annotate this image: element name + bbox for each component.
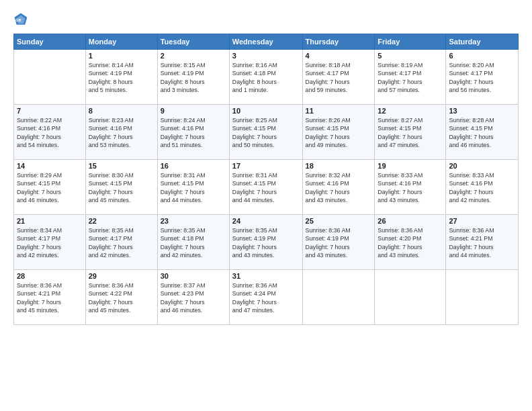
calendar-cell: 13Sunrise: 8:28 AM Sunset: 4:15 PM Dayli… — [446, 105, 519, 160]
calendar-cell — [446, 270, 519, 325]
calendar-cell: 20Sunrise: 8:33 AM Sunset: 4:16 PM Dayli… — [446, 160, 519, 215]
day-header-tuesday: Tuesday — [157, 34, 229, 50]
calendar-cell: 30Sunrise: 8:37 AM Sunset: 4:23 PM Dayli… — [157, 270, 229, 325]
calendar-cell: 4Sunrise: 8:18 AM Sunset: 4:17 PM Daylig… — [302, 50, 375, 105]
day-number: 9 — [161, 107, 226, 115]
calendar-cell — [14, 50, 86, 105]
calendar-cell: 12Sunrise: 8:27 AM Sunset: 4:15 PM Dayli… — [375, 105, 446, 160]
calendar-header-row: SundayMondayTuesdayWednesdayThursdayFrid… — [14, 34, 519, 50]
cell-content: Sunrise: 8:27 AM Sunset: 4:15 PM Dayligh… — [378, 116, 443, 149]
header: GB — [13, 12, 519, 27]
cell-content: Sunrise: 8:28 AM Sunset: 4:15 PM Dayligh… — [449, 116, 515, 149]
day-number: 28 — [17, 272, 83, 280]
day-number: 26 — [378, 217, 443, 225]
calendar-cell: 19Sunrise: 8:33 AM Sunset: 4:16 PM Dayli… — [375, 160, 446, 215]
day-number: 24 — [232, 217, 300, 225]
cell-content: Sunrise: 8:30 AM Sunset: 4:15 PM Dayligh… — [89, 171, 154, 204]
day-number: 6 — [449, 52, 515, 60]
day-number: 22 — [89, 217, 154, 225]
day-number: 5 — [378, 52, 443, 60]
calendar-week-row: 1Sunrise: 8:14 AM Sunset: 4:19 PM Daylig… — [14, 50, 519, 105]
calendar-cell: 8Sunrise: 8:23 AM Sunset: 4:16 PM Daylig… — [85, 105, 157, 160]
day-number: 12 — [378, 107, 443, 115]
day-number: 25 — [306, 217, 372, 225]
day-number: 27 — [449, 217, 515, 225]
cell-content: Sunrise: 8:34 AM Sunset: 4:17 PM Dayligh… — [17, 226, 83, 259]
logo-icon: GB — [13, 12, 28, 27]
calendar-cell: 29Sunrise: 8:36 AM Sunset: 4:22 PM Dayli… — [85, 270, 157, 325]
calendar-cell: 21Sunrise: 8:34 AM Sunset: 4:17 PM Dayli… — [14, 215, 86, 270]
cell-content: Sunrise: 8:18 AM Sunset: 4:17 PM Dayligh… — [306, 61, 372, 94]
calendar-cell: 15Sunrise: 8:30 AM Sunset: 4:15 PM Dayli… — [85, 160, 157, 215]
calendar-cell: 31Sunrise: 8:36 AM Sunset: 4:24 PM Dayli… — [229, 270, 302, 325]
day-number: 4 — [306, 52, 372, 60]
day-number: 16 — [161, 162, 226, 170]
cell-content: Sunrise: 8:22 AM Sunset: 4:16 PM Dayligh… — [17, 116, 83, 149]
calendar-cell: 1Sunrise: 8:14 AM Sunset: 4:19 PM Daylig… — [85, 50, 157, 105]
cell-content: Sunrise: 8:35 AM Sunset: 4:18 PM Dayligh… — [161, 226, 226, 259]
day-header-wednesday: Wednesday — [229, 34, 302, 50]
day-number: 30 — [161, 272, 226, 280]
calendar-cell — [375, 270, 446, 325]
calendar-cell: 11Sunrise: 8:26 AM Sunset: 4:15 PM Dayli… — [302, 105, 375, 160]
calendar-week-row: 21Sunrise: 8:34 AM Sunset: 4:17 PM Dayli… — [14, 215, 519, 270]
day-number: 7 — [17, 107, 83, 115]
day-number: 23 — [161, 217, 226, 225]
cell-content: Sunrise: 8:35 AM Sunset: 4:19 PM Dayligh… — [232, 226, 300, 259]
calendar-cell: 3Sunrise: 8:16 AM Sunset: 4:18 PM Daylig… — [229, 50, 302, 105]
cell-content: Sunrise: 8:31 AM Sunset: 4:15 PM Dayligh… — [232, 171, 300, 204]
day-number: 11 — [306, 107, 372, 115]
day-number: 20 — [449, 162, 515, 170]
calendar-cell: 10Sunrise: 8:25 AM Sunset: 4:15 PM Dayli… — [229, 105, 302, 160]
calendar-week-row: 28Sunrise: 8:36 AM Sunset: 4:21 PM Dayli… — [14, 270, 519, 325]
cell-content: Sunrise: 8:33 AM Sunset: 4:16 PM Dayligh… — [378, 171, 443, 204]
calendar-week-row: 14Sunrise: 8:29 AM Sunset: 4:15 PM Dayli… — [14, 160, 519, 215]
day-header-sunday: Sunday — [14, 34, 86, 50]
cell-content: Sunrise: 8:36 AM Sunset: 4:21 PM Dayligh… — [17, 281, 83, 314]
calendar-cell: 18Sunrise: 8:32 AM Sunset: 4:16 PM Dayli… — [302, 160, 375, 215]
cell-content: Sunrise: 8:36 AM Sunset: 4:24 PM Dayligh… — [232, 281, 300, 314]
calendar-cell: 23Sunrise: 8:35 AM Sunset: 4:18 PM Dayli… — [157, 215, 229, 270]
calendar-cell: 27Sunrise: 8:36 AM Sunset: 4:21 PM Dayli… — [446, 215, 519, 270]
day-number: 29 — [89, 272, 154, 280]
svg-text:GB: GB — [15, 18, 21, 22]
cell-content: Sunrise: 8:24 AM Sunset: 4:16 PM Dayligh… — [161, 116, 226, 149]
day-header-monday: Monday — [85, 34, 157, 50]
cell-content: Sunrise: 8:15 AM Sunset: 4:19 PM Dayligh… — [161, 61, 226, 94]
day-number: 8 — [89, 107, 154, 115]
day-number: 14 — [17, 162, 83, 170]
calendar-cell: 7Sunrise: 8:22 AM Sunset: 4:16 PM Daylig… — [14, 105, 86, 160]
cell-content: Sunrise: 8:26 AM Sunset: 4:15 PM Dayligh… — [306, 116, 372, 149]
calendar-cell: 14Sunrise: 8:29 AM Sunset: 4:15 PM Dayli… — [14, 160, 86, 215]
cell-content: Sunrise: 8:29 AM Sunset: 4:15 PM Dayligh… — [17, 171, 83, 204]
cell-content: Sunrise: 8:36 AM Sunset: 4:20 PM Dayligh… — [378, 226, 443, 259]
day-number: 18 — [306, 162, 372, 170]
calendar-table: SundayMondayTuesdayWednesdayThursdayFrid… — [13, 34, 519, 325]
calendar-cell: 9Sunrise: 8:24 AM Sunset: 4:16 PM Daylig… — [157, 105, 229, 160]
day-header-friday: Friday — [375, 34, 446, 50]
cell-content: Sunrise: 8:37 AM Sunset: 4:23 PM Dayligh… — [161, 281, 226, 314]
cell-content: Sunrise: 8:32 AM Sunset: 4:16 PM Dayligh… — [306, 171, 372, 204]
cell-content: Sunrise: 8:36 AM Sunset: 4:22 PM Dayligh… — [89, 281, 154, 314]
calendar-cell: 17Sunrise: 8:31 AM Sunset: 4:15 PM Dayli… — [229, 160, 302, 215]
cell-content: Sunrise: 8:31 AM Sunset: 4:15 PM Dayligh… — [161, 171, 226, 204]
cell-content: Sunrise: 8:25 AM Sunset: 4:15 PM Dayligh… — [232, 116, 300, 149]
calendar-cell: 24Sunrise: 8:35 AM Sunset: 4:19 PM Dayli… — [229, 215, 302, 270]
day-number: 10 — [232, 107, 300, 115]
day-number: 13 — [449, 107, 515, 115]
cell-content: Sunrise: 8:33 AM Sunset: 4:16 PM Dayligh… — [449, 171, 515, 204]
calendar-cell: 2Sunrise: 8:15 AM Sunset: 4:19 PM Daylig… — [157, 50, 229, 105]
day-number: 31 — [232, 272, 300, 280]
cell-content: Sunrise: 8:20 AM Sunset: 4:17 PM Dayligh… — [449, 61, 515, 94]
day-number: 3 — [232, 52, 300, 60]
calendar-cell: 6Sunrise: 8:20 AM Sunset: 4:17 PM Daylig… — [446, 50, 519, 105]
cell-content: Sunrise: 8:36 AM Sunset: 4:21 PM Dayligh… — [449, 226, 515, 259]
day-number: 2 — [161, 52, 226, 60]
day-number: 1 — [89, 52, 154, 60]
calendar-week-row: 7Sunrise: 8:22 AM Sunset: 4:16 PM Daylig… — [14, 105, 519, 160]
page: GB SundayMondayTuesdayWednesdayThursdayF… — [0, 0, 532, 411]
cell-content: Sunrise: 8:19 AM Sunset: 4:17 PM Dayligh… — [378, 61, 443, 94]
day-number: 21 — [17, 217, 83, 225]
day-number: 15 — [89, 162, 154, 170]
cell-content: Sunrise: 8:14 AM Sunset: 4:19 PM Dayligh… — [89, 61, 154, 94]
